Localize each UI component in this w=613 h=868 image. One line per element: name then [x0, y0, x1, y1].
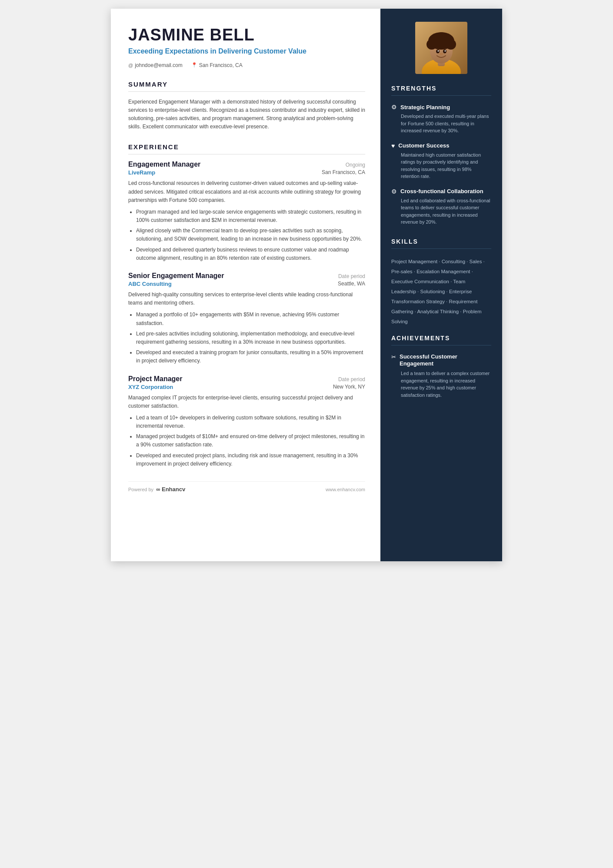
- footer-logo: ∞ Enhancv: [156, 486, 185, 493]
- exp-bullet-3-2: Managed project budgets of $10M+ and ens…: [136, 432, 365, 449]
- profile-photo-svg: [415, 22, 467, 74]
- collaboration-icon: ⚙: [391, 188, 397, 195]
- achievements-divider: [391, 345, 491, 345]
- summary-divider: [128, 91, 365, 92]
- exp-desc-2: Delivered high-quality consulting servic…: [128, 291, 365, 307]
- strengths-divider: [391, 95, 491, 96]
- exp-bullet-2-2: Led pre-sales activities including solut…: [136, 330, 365, 346]
- location-contact: 📍 San Francisco, CA: [191, 62, 243, 68]
- email-icon: @: [128, 63, 133, 68]
- exp-bullet-3-1: Led a team of 10+ developers in deliveri…: [136, 414, 365, 430]
- exp-date-3: Date period: [338, 376, 365, 382]
- location-icon: 📍: [191, 62, 197, 68]
- skills-title: SKILLS: [391, 238, 491, 245]
- exp-company-row-3: XYZ Corporation New York, NY: [128, 384, 365, 390]
- exp-bullet-2-3: Developed and executed a training progra…: [136, 349, 365, 365]
- exp-title-3: Project Manager: [128, 375, 182, 383]
- exp-bullets-3: Led a team of 10+ developers in deliveri…: [128, 414, 365, 468]
- exp-bullet-3-3: Developed and executed project plans, in…: [136, 452, 365, 468]
- exp-item-1: Engagement Manager Ongoing LiveRamp San …: [128, 161, 365, 262]
- svg-point-13: [445, 50, 446, 52]
- right-column: STRENGTHS ⚙ Strategic Planning Developed…: [380, 9, 502, 561]
- skills-section: SKILLS Project Management · Consulting ·…: [380, 238, 502, 327]
- footer-powered-text: Powered by: [128, 487, 153, 492]
- exp-location-3: New York, NY: [333, 384, 365, 390]
- exp-location-2: Seattle, WA: [338, 281, 365, 287]
- resume-wrapper: JASMINE BELL Exceeding Expectations in D…: [111, 9, 502, 561]
- exp-company-1: LiveRamp: [128, 169, 155, 176]
- exp-item-2: Senior Engagement Manager Date period AB…: [128, 272, 365, 365]
- strength-item-2: ♥ Customer Success Maintained high custo…: [391, 142, 491, 180]
- profile-photo: [415, 22, 467, 74]
- achievement-icon-1: ✂: [391, 354, 396, 360]
- location-value: San Francisco, CA: [199, 62, 243, 68]
- exp-date-2: Date period: [338, 273, 365, 279]
- footer-url: www.enhancv.com: [326, 487, 365, 492]
- svg-point-12: [438, 50, 439, 52]
- customer-success-icon: ♥: [391, 142, 395, 149]
- contact-row: @ johndoe@email.com 📍 San Francisco, CA: [128, 62, 365, 68]
- exp-bullet-1-1: Program managed and led large-scale serv…: [136, 208, 365, 225]
- strength-title-2: Customer Success: [398, 142, 449, 149]
- email-value: johndoe@email.com: [135, 62, 183, 68]
- exp-bullet-2-1: Managed a portfolio of 10+ engagements w…: [136, 311, 365, 327]
- svg-point-9: [436, 32, 446, 43]
- photo-container: [380, 9, 502, 85]
- exp-company-row-2: ABC Consulting Seattle, WA: [128, 281, 365, 287]
- strength-desc-3: Led and collaborated with cross-function…: [391, 197, 491, 226]
- exp-bullet-1-2: Aligned closely with the Commercial team…: [136, 227, 365, 243]
- experience-title: EXPERIENCE: [128, 143, 365, 151]
- achievement-item-1: ✂ Successful Customer Engagement Led a t…: [391, 353, 491, 399]
- exp-header-2: Senior Engagement Manager Date period: [128, 272, 365, 280]
- strength-desc-2: Maintained high customer satisfaction ra…: [391, 151, 491, 180]
- exp-header-3: Project Manager Date period: [128, 375, 365, 383]
- header-name: JASMINE BELL: [128, 26, 365, 44]
- email-contact: @ johndoe@email.com: [128, 62, 183, 68]
- experience-section: EXPERIENCE Engagement Manager Ongoing Li…: [128, 143, 365, 468]
- strategic-planning-icon: ⚙: [391, 104, 397, 111]
- strength-header-2: ♥ Customer Success: [391, 142, 491, 149]
- strengths-section: STRENGTHS ⚙ Strategic Planning Developed…: [380, 85, 502, 234]
- strength-item-1: ⚙ Strategic Planning Developed and execu…: [391, 104, 491, 134]
- exp-bullet-1-3: Developed and delivered quarterly busine…: [136, 246, 365, 262]
- exp-location-1: San Francisco, CA: [322, 169, 365, 176]
- strength-title-1: Strategic Planning: [400, 104, 450, 111]
- strength-title-3: Cross-functional Collaboration: [400, 188, 483, 194]
- exp-desc-1: Led cross-functional resources in delive…: [128, 179, 365, 204]
- summary-section: SUMMARY Experienced Engagement Manager w…: [128, 80, 365, 131]
- achievements-title: ACHIEVEMENTS: [391, 335, 491, 342]
- svg-point-14: [440, 53, 443, 55]
- summary-text: Experienced Engagement Manager with a de…: [128, 98, 365, 131]
- footer-powered: Powered by ∞ Enhancv: [128, 486, 185, 493]
- strength-item-3: ⚙ Cross-functional Collaboration Led and…: [391, 188, 491, 226]
- strength-header-3: ⚙ Cross-functional Collaboration: [391, 188, 491, 195]
- exp-title-2: Senior Engagement Manager: [128, 272, 224, 280]
- header-section: JASMINE BELL Exceeding Expectations in D…: [128, 26, 365, 68]
- header-subtitle: Exceeding Expectations in Delivering Cus…: [128, 47, 365, 56]
- left-column: JASMINE BELL Exceeding Expectations in D…: [111, 9, 380, 561]
- exp-item-3: Project Manager Date period XYZ Corporat…: [128, 375, 365, 469]
- skills-tags: Project Management · Consulting · Sales …: [391, 257, 491, 327]
- achievements-section: ACHIEVEMENTS ✂ Successful Customer Engag…: [380, 335, 502, 406]
- strength-desc-1: Developed and executed multi-year plans …: [391, 113, 491, 134]
- exp-bullets-2: Managed a portfolio of 10+ engagements w…: [128, 311, 365, 365]
- skills-divider: [391, 248, 491, 249]
- footer-row: Powered by ∞ Enhancv www.enhancv.com: [128, 481, 365, 493]
- strengths-title: STRENGTHS: [391, 85, 491, 92]
- experience-divider: [128, 154, 365, 154]
- exp-company-2: ABC Consulting: [128, 281, 172, 287]
- exp-company-3: XYZ Corporation: [128, 384, 173, 390]
- exp-desc-3: Managed complex IT projects for enterpri…: [128, 394, 365, 410]
- achievement-title-1: Successful Customer Engagement: [400, 353, 491, 368]
- achievement-header-1: ✂ Successful Customer Engagement: [391, 353, 491, 368]
- exp-header-1: Engagement Manager Ongoing: [128, 161, 365, 168]
- exp-date-1: Ongoing: [346, 162, 365, 168]
- exp-bullets-1: Program managed and led large-scale serv…: [128, 208, 365, 262]
- strength-header-1: ⚙ Strategic Planning: [391, 104, 491, 111]
- summary-title: SUMMARY: [128, 80, 365, 88]
- achievement-desc-1: Led a team to deliver a complex customer…: [391, 370, 491, 399]
- exp-title-1: Engagement Manager: [128, 161, 200, 168]
- exp-company-row-1: LiveRamp San Francisco, CA: [128, 169, 365, 176]
